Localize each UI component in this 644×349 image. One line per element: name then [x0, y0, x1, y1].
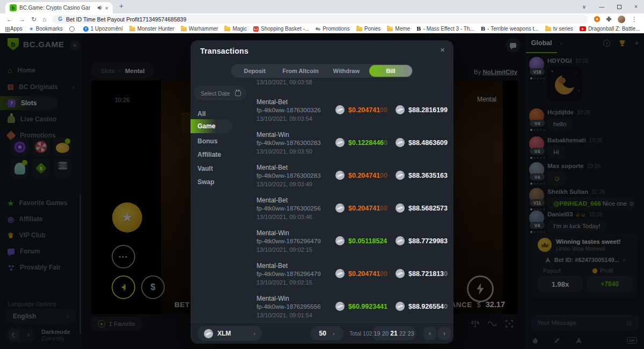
folder-icon — [387, 27, 393, 31]
bookmark-label: - Terrible weapons t... — [487, 26, 538, 32]
window-close-icon[interactable]: × — [634, 4, 638, 10]
window-menu-icon[interactable]: ∨ — [582, 4, 586, 10]
filter-bonus[interactable]: Bonus — [197, 137, 217, 145]
youtube-icon — [580, 26, 586, 31]
folder-icon — [181, 27, 187, 31]
filter-vault[interactable]: Vault — [197, 165, 213, 172]
browser-menu-icon[interactable]: ⋮ — [631, 16, 638, 23]
filter-affiliate[interactable]: Affiliate — [197, 151, 221, 158]
bookmark-facebook[interactable]: f1 Upozornění — [83, 26, 123, 32]
page-19[interactable]: 19 — [374, 330, 380, 337]
modal-title: Transactions — [200, 47, 248, 55]
folder-icon — [545, 27, 551, 31]
window-maximize-icon[interactable] — [617, 5, 621, 9]
transaction-row[interactable]: Mental-Bet fp-4tk0ww-1876300326 13/10/20… — [250, 98, 449, 126]
filter-all[interactable]: All — [197, 110, 206, 118]
transaction-name: Mental-Bet — [257, 164, 288, 171]
transaction-id: fp-4tk0ww-1876296479 — [257, 238, 321, 244]
transaction-row[interactable]: Mental-Bet fp-4tk0ww-1876296479 13/10/20… — [250, 262, 449, 290]
transaction-date: 13/10/2021, 09:03:46 — [257, 214, 312, 220]
calendar-icon — [235, 91, 241, 96]
transaction-row[interactable]: Mental-Win fp-4tk0ww-1876300283 13/10/20… — [250, 131, 449, 159]
home-icon[interactable]: ⌂ — [42, 16, 46, 23]
xlm-coin-icon — [335, 302, 345, 311]
modal-footer: XLM › 50 › Total 1029 19 20 21 22 23 ‹ › — [191, 322, 453, 344]
transaction-row[interactable]: Mental-Bet fp-4tk0ww-1876300283 13/10/20… — [250, 164, 449, 192]
bookmark-label: Warhammer — [189, 26, 218, 32]
reload-icon[interactable]: ↻ — [31, 16, 36, 23]
forward-icon[interactable]: → — [19, 16, 25, 23]
page-21-current[interactable]: 21 — [390, 330, 397, 337]
transaction-row[interactable]: Mental-Bet fp-4tk0ww-1876300256 13/10/20… — [250, 197, 449, 224]
extension-icon[interactable] — [594, 16, 600, 22]
extensions-puzzle-icon[interactable] — [606, 16, 612, 22]
tab-from-altcoin[interactable]: From Altcoin — [277, 68, 323, 74]
transaction-row[interactable]: Mental-Win fp-4tk0ww-1876296479 13/10/20… — [250, 229, 449, 257]
back-icon[interactable]: ← — [6, 16, 13, 23]
transaction-row[interactable]: Mental-Win fp-4tk0ww-1876295556 13/10/20… — [250, 295, 449, 322]
transaction-balance: $88.9265540 — [396, 302, 448, 311]
page-size-select[interactable]: 50 › — [310, 326, 343, 340]
modal-close-icon[interactable]: × — [440, 45, 445, 54]
xlm-coin-icon — [204, 329, 213, 338]
bookmark-bookmarks[interactable]: ★Bookmarks — [29, 26, 63, 32]
next-page-button[interactable]: › — [438, 327, 451, 340]
xlm-coin-icon — [335, 203, 345, 213]
transaction-balance: $88.4863609 — [396, 138, 448, 147]
filter-swap[interactable]: Swap — [197, 178, 214, 186]
tab-bill[interactable]: Bill — [369, 65, 412, 77]
profile-avatar[interactable] — [618, 16, 625, 23]
letter-b-icon: B — [481, 26, 485, 32]
tab-withdraw[interactable]: Withdraw — [324, 68, 369, 74]
bookmark-globe[interactable] — [69, 26, 77, 32]
transaction-balance: $88.7729983 — [396, 236, 448, 245]
browser-tab[interactable]: b BC.Game: Crypto Casino Gar × — [5, 2, 113, 13]
site-favicon-icon: b — [10, 4, 17, 11]
bookmark-item[interactable]: B- Mass Effect 3 - Th... — [416, 26, 474, 32]
new-tab-button[interactable]: + — [119, 2, 123, 10]
bookmark-label: Ponies — [364, 26, 381, 32]
address-bar[interactable]: G Bet ID Time Bet Payout Profit171349574… — [52, 15, 588, 24]
page-23[interactable]: 23 — [407, 330, 414, 337]
apps-grid-icon — [5, 27, 6, 28]
url-text[interactable]: Bet ID Time Bet Payout Profit17134957468… — [66, 16, 186, 23]
transaction-balance: $88.5682573 — [396, 203, 448, 213]
transaction-amount: $0.12284460 — [335, 138, 387, 147]
tab-close-icon[interactable]: × — [105, 5, 108, 11]
xlm-coin-icon — [396, 269, 405, 278]
tab-deposit[interactable]: Deposit — [232, 68, 277, 74]
bookmark-item[interactable]: Warhammer — [181, 26, 218, 32]
bookmark-item[interactable]: Magic — [224, 26, 247, 32]
currency-select[interactable]: XLM › — [197, 326, 262, 341]
bookmark-youtube[interactable]: Dragonball Z: Battle... — [580, 26, 640, 32]
window-minimize-icon[interactable]: — — [599, 4, 604, 10]
bookmark-item[interactable]: tv series — [545, 26, 573, 32]
bookmark-label: - Mass Effect 3 - Th... — [423, 26, 474, 32]
bookmark-shopping[interactable]: Shopping Basket -... — [253, 26, 309, 32]
xlm-coin-icon — [396, 138, 405, 147]
bookmark-item[interactable]: Meme — [387, 26, 410, 32]
bookmark-apps[interactable]: Apps — [5, 26, 23, 32]
page-20[interactable]: 20 — [382, 330, 389, 337]
bookmark-label: Apps — [10, 26, 23, 32]
transaction-id: fp-4tk0ww-1876300283 — [257, 140, 321, 146]
select-date-button[interactable]: Select Date — [194, 86, 246, 100]
bookmark-item[interactable]: B- Terrible weapons t... — [481, 26, 539, 32]
transaction-amount: $0.05118524 — [335, 236, 387, 245]
folder-icon — [356, 27, 362, 31]
transactions-list[interactable]: 13/10/2021, 09:03:58 Mental-Bet fp-4tk0w… — [250, 78, 449, 322]
transactions-tabs: Deposit From Altcoin Withdraw Bill — [231, 64, 413, 78]
bookmark-label: Bookmarks — [36, 26, 63, 32]
bookmark-item[interactable]: Ponies — [356, 26, 381, 32]
prev-page-button[interactable]: ‹ — [423, 327, 436, 340]
transaction-balance: $88.3635163 — [396, 171, 448, 180]
bookmark-promotions[interactable]: Promotions — [316, 26, 350, 32]
tab-audio-icon[interactable] — [98, 5, 103, 10]
bookmark-item[interactable]: Monster Hunter — [129, 26, 174, 32]
google-icon: G — [58, 16, 62, 22]
bookmark-label: Shopping Basket -... — [261, 26, 309, 32]
page-22[interactable]: 22 — [399, 330, 406, 337]
bookmark-label: Promotions — [323, 26, 350, 32]
transaction-balance: $88.7218130 — [396, 269, 448, 278]
filter-game[interactable]: Game — [191, 119, 232, 133]
